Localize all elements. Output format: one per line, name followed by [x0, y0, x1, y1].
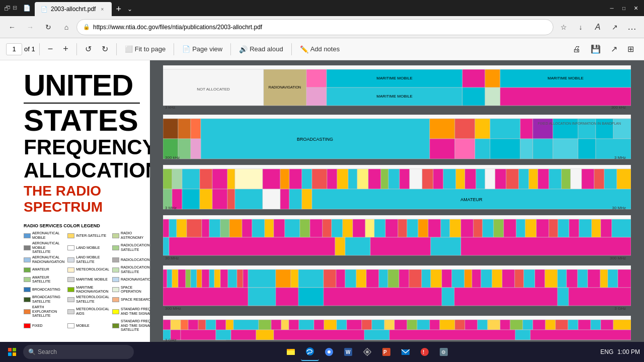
- save-btn[interactable]: 💾: [587, 42, 605, 56]
- home-btn[interactable]: ⌂: [58, 19, 74, 35]
- taskbar: 🔍 Search W P ! ⚙ ENG: [0, 342, 644, 362]
- svg-rect-163: [172, 269, 178, 288]
- tab-close-btn[interactable]: ×: [99, 6, 106, 13]
- legend-title: RADIO SERVICES COLOR LEGEND: [24, 223, 140, 228]
- svg-rect-58: [235, 169, 263, 189]
- taskbar-app-tools[interactable]: ⚙: [435, 343, 453, 361]
- taskbar-search[interactable]: 🔍 Search: [23, 345, 134, 359]
- svg-rect-222: [206, 320, 216, 330]
- collections-btn[interactable]: ↓: [573, 19, 589, 35]
- legend-swatch: [24, 257, 31, 262]
- taskbar-app-mail[interactable]: [396, 343, 415, 361]
- reader-btn[interactable]: A: [590, 19, 606, 35]
- read-aloud-btn[interactable]: 🔊 Read aloud: [235, 42, 287, 56]
- zoom-out-btn[interactable]: −: [44, 42, 57, 56]
- spectrum-band-2: BROADCASTING: [163, 115, 631, 161]
- svg-rect-82: [519, 169, 529, 189]
- window-close-btn[interactable]: ×: [632, 4, 640, 12]
- svg-rect-17: [500, 87, 631, 106]
- svg-point-281: [366, 350, 369, 353]
- print-btn[interactable]: 🖨: [569, 42, 585, 56]
- svg-rect-178: [298, 269, 324, 288]
- url-input[interactable]: [93, 24, 547, 31]
- back-btn[interactable]: ←: [4, 19, 20, 35]
- page-number-input[interactable]: [6, 43, 22, 55]
- svg-rect-173: [237, 269, 243, 288]
- minimize-btn[interactable]: ─: [608, 4, 616, 12]
- svg-rect-272: [13, 352, 16, 356]
- svg-rect-130: [398, 219, 407, 237]
- tab-overflow-btn[interactable]: ⌄: [125, 6, 134, 13]
- svg-rect-22: [178, 119, 191, 139]
- share-btn[interactable]: ↗: [607, 19, 623, 35]
- svg-rect-84: [538, 169, 549, 189]
- maximize-btn[interactable]: □: [620, 4, 628, 12]
- svg-rect-100: [280, 189, 289, 209]
- toolbar-share-btn[interactable]: ↗: [607, 42, 621, 56]
- svg-rect-196: [502, 269, 515, 288]
- svg-rect-177: [291, 269, 298, 288]
- svg-rect-193: [472, 269, 481, 288]
- svg-text:FIXED ALLOCATION INFORMATION I: FIXED ALLOCATION INFORMATION IN BANDPLAN: [538, 122, 621, 125]
- chart-title-states: STATES: [24, 106, 140, 136]
- legend-label: AMATEUR: [32, 267, 49, 272]
- svg-rect-0: [163, 65, 631, 69]
- favorites-btn[interactable]: ☆: [555, 19, 572, 35]
- legend-item: AERONAUTICAL MOBILE: [24, 231, 64, 240]
- rotate-right-btn[interactable]: ↻: [98, 42, 112, 56]
- taskbar-app-word[interactable]: W: [339, 343, 357, 361]
- taskbar-app-file-explorer[interactable]: [282, 343, 300, 361]
- svg-rect-134: [441, 219, 450, 237]
- svg-rect-243: [455, 320, 465, 330]
- active-tab[interactable]: 📄 2003-allochrt.pdf ×: [35, 2, 112, 16]
- legend-swatch: [112, 309, 119, 314]
- zoom-in-btn[interactable]: +: [59, 42, 72, 56]
- svg-rect-270: [13, 348, 16, 351]
- svg-rect-141: [516, 219, 525, 237]
- legend-item: RADIO ASTRONOMY: [112, 231, 150, 240]
- svg-rect-132: [418, 219, 428, 237]
- svg-rect-238: [394, 320, 407, 330]
- refresh-btn[interactable]: ↻: [40, 19, 56, 35]
- svg-rect-133: [428, 219, 441, 237]
- band-svg-1: NOT ALLOCATED RADIONAVIGATION MARITIME M…: [163, 65, 631, 111]
- svg-rect-88: [582, 169, 594, 189]
- svg-rect-275: [287, 349, 290, 350]
- svg-rect-56: [212, 169, 227, 189]
- legend-label: RADIONAVIGATION: [121, 278, 150, 282]
- start-button[interactable]: [4, 344, 20, 360]
- taskbar-app-powerpoint[interactable]: P: [377, 343, 395, 361]
- pdf-scroll-area[interactable]: NOT ALLOCATED RADIONAVIGATION MARITIME M…: [150, 60, 644, 342]
- svg-rect-79: [485, 169, 495, 189]
- address-bar[interactable]: 🔒: [76, 19, 553, 35]
- legend-label: LAND MOBILE SATELLITE: [76, 255, 109, 264]
- svg-rect-255: [591, 320, 601, 330]
- svg-rect-89: [594, 169, 604, 189]
- page-view-btn[interactable]: 📄 Page view: [178, 42, 226, 56]
- add-notes-btn[interactable]: ✏️ Add notes: [296, 42, 344, 56]
- svg-rect-148: [592, 219, 601, 237]
- taskbar-app-chrome[interactable]: [320, 343, 338, 361]
- legend-label: MARITIME RADIONAVIGATION: [76, 286, 109, 294]
- taskbar-app-settings[interactable]: [358, 343, 376, 361]
- svg-rect-108: [163, 219, 169, 237]
- forward-btn[interactable]: →: [22, 19, 38, 35]
- read-aloud-label: Read aloud: [250, 45, 283, 53]
- taskbar-app-antivirus[interactable]: !: [416, 343, 434, 361]
- legend-label: AERONAUTICAL MOBILE SATELLITE: [32, 241, 64, 254]
- svg-rect-207: [618, 269, 631, 288]
- settings-btn[interactable]: …: [624, 19, 640, 35]
- fit-page-btn[interactable]: ⬜ Fit to page: [121, 42, 170, 56]
- legend-label: METEOROLOGICAL: [76, 267, 109, 272]
- svg-rect-230: [299, 320, 314, 330]
- svg-rect-247: [500, 320, 510, 330]
- new-tab-btn[interactable]: +: [113, 4, 124, 15]
- svg-rect-156: [431, 237, 461, 255]
- svg-rect-175: [248, 269, 276, 288]
- legend-label: SPACE OPERATION: [121, 286, 150, 294]
- rotate-left-btn[interactable]: ↺: [81, 42, 96, 56]
- svg-rect-138: [482, 219, 494, 237]
- svg-rect-244: [465, 320, 477, 330]
- more-tools-btn[interactable]: ⊞: [623, 42, 638, 56]
- taskbar-app-edge[interactable]: [301, 343, 319, 361]
